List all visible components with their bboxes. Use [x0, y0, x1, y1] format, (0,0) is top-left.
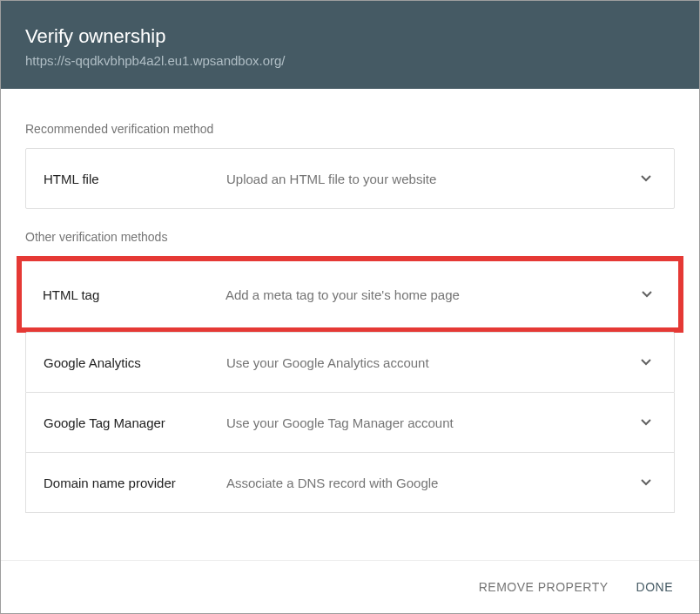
method-title: Domain name provider: [44, 476, 226, 490]
method-title: Google Tag Manager: [44, 415, 226, 430]
method-title: HTML tag: [43, 287, 225, 302]
recommended-section-label: Recommended verification method: [25, 122, 675, 136]
chevron-down-icon: [636, 168, 656, 189]
method-title: HTML file: [44, 172, 226, 186]
method-html-file[interactable]: HTML file Upload an HTML file to your we…: [25, 148, 675, 209]
method-html-tag[interactable]: HTML tag Add a meta tag to your site's h…: [25, 265, 675, 324]
method-description: Use your Google Analytics account: [226, 355, 636, 370]
chevron-down-icon: [636, 284, 657, 305]
chevron-down-icon: [636, 472, 656, 493]
method-google-tag-manager[interactable]: Google Tag Manager Use your Google Tag M…: [25, 393, 675, 453]
remove-property-button[interactable]: REMOVE PROPERTY: [477, 577, 610, 597]
method-google-analytics[interactable]: Google Analytics Use your Google Analyti…: [25, 332, 675, 393]
verify-ownership-dialog: Verify ownership https://s-qqdkvbhpb4a2l…: [0, 0, 700, 614]
method-title: Google Analytics: [44, 355, 226, 370]
dialog-title: Verify ownership: [25, 25, 675, 48]
dialog-subtitle: https://s-qqdkvbhpb4a2l.eu1.wpsandbox.or…: [25, 53, 675, 68]
dialog-header: Verify ownership https://s-qqdkvbhpb4a2l…: [1, 1, 699, 89]
method-description: Use your Google Tag Manager account: [226, 415, 636, 430]
dialog-body: Recommended verification method HTML fil…: [1, 89, 699, 560]
done-button[interactable]: DONE: [635, 577, 675, 597]
chevron-down-icon: [636, 412, 656, 433]
method-description: Associate a DNS record with Google: [226, 476, 636, 490]
dialog-footer: REMOVE PROPERTY DONE: [1, 560, 699, 613]
method-description: Upload an HTML file to your website: [226, 172, 636, 186]
method-domain-provider[interactable]: Domain name provider Associate a DNS rec…: [25, 453, 675, 513]
method-description: Add a meta tag to your site's home page: [225, 287, 636, 302]
chevron-down-icon: [636, 352, 656, 373]
other-section-label: Other verification methods: [25, 230, 675, 244]
highlighted-method: HTML tag Add a meta tag to your site's h…: [17, 256, 683, 333]
